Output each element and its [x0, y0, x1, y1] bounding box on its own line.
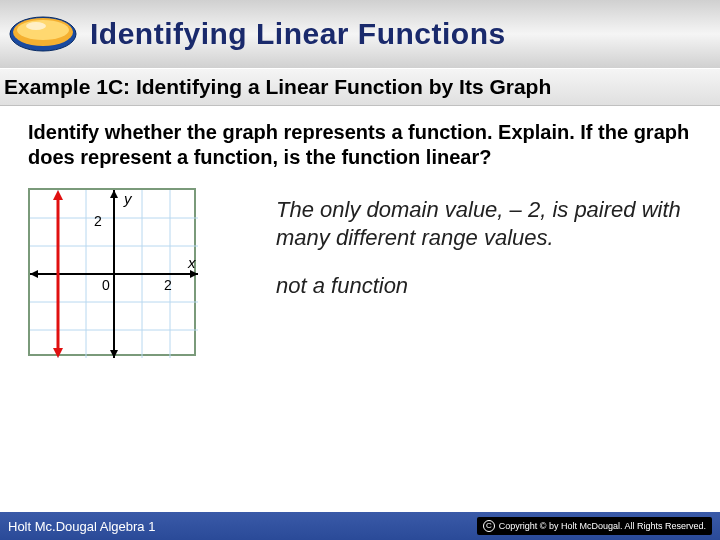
svg-marker-16: [190, 270, 198, 278]
copyright-text: Copyright © by Holt McDougal. All Rights…: [499, 521, 706, 531]
svg-marker-18: [110, 190, 118, 198]
x-tick-2: 2: [164, 277, 172, 293]
y-tick-2: 2: [94, 213, 102, 229]
explanation-line2: not a function: [276, 273, 692, 299]
svg-point-2: [17, 20, 69, 40]
svg-marker-22: [53, 348, 63, 358]
svg-marker-21: [53, 190, 63, 200]
copyright-icon: C: [483, 520, 495, 532]
explanation-line1: The only domain value, – 2, is paired wi…: [276, 196, 692, 251]
svg-point-3: [26, 22, 46, 30]
svg-marker-19: [110, 350, 118, 358]
page-title: Identifying Linear Functions: [90, 17, 506, 51]
explanation-block: The only domain value, – 2, is paired wi…: [276, 188, 692, 299]
header-band: Identifying Linear Functions: [0, 0, 720, 68]
prompt-text: Identify whether the graph represents a …: [28, 120, 692, 170]
footer-copyright: C Copyright © by Holt McDougal. All Righ…: [477, 517, 712, 535]
origin-label: 0: [102, 277, 110, 293]
footer-textbook: Holt Mc.Dougal Algebra 1: [8, 519, 155, 534]
header-lozenge-icon: [8, 14, 78, 54]
content-area: Identify whether the graph represents a …: [0, 106, 720, 356]
example-subhead: Example 1C: Identifying a Linear Functio…: [0, 68, 720, 106]
y-axis-label: y: [123, 190, 133, 207]
graph-figure: y x 2 2 0: [28, 188, 196, 356]
footer-bar: Holt Mc.Dougal Algebra 1 C Copyright © b…: [0, 512, 720, 540]
example-label: Example 1C: Identifying a Linear Functio…: [4, 75, 716, 99]
body-row: y x 2 2 0 The only domain value, – 2, is…: [28, 188, 692, 356]
svg-marker-17: [30, 270, 38, 278]
x-axis-label: x: [187, 254, 196, 271]
